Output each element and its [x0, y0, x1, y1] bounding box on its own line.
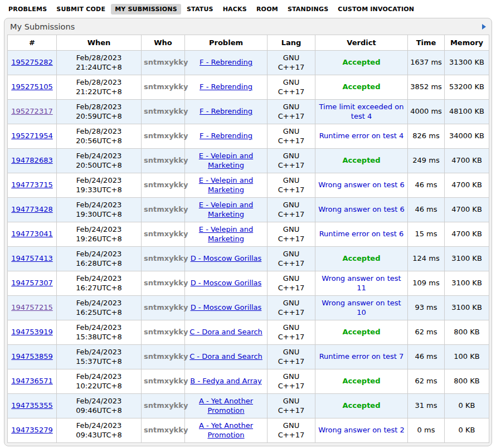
submission-id-link[interactable]: 194736571 — [11, 377, 52, 385]
submission-time: 09:46UTC+8 — [59, 406, 139, 416]
submission-id-link[interactable]: 194753859 — [11, 352, 52, 361]
problem-link[interactable]: E - Velepin and Marketing — [199, 225, 253, 243]
nav-item-my-submissions[interactable]: MY SUBMISSIONS — [111, 4, 181, 14]
table-row: 194735355 Feb/24/2023 09:46UTC+8 sntmxyk… — [8, 394, 489, 418]
problem-link[interactable]: A - Yet Another Promotion — [199, 397, 253, 415]
submission-author-link[interactable]: sntmxykky — [144, 352, 188, 361]
submission-id-link[interactable]: 194757307 — [11, 279, 52, 287]
verdict-text: Runtime error on test 4 — [319, 132, 404, 140]
lang-cell: GNU C++17 — [268, 149, 315, 173]
memory-cell: 0 KB — [445, 394, 489, 418]
time-cell: 3852 ms — [408, 75, 445, 100]
submission-id-link[interactable]: 194757215 — [11, 303, 52, 311]
verdict-cell: Wrong answer on test 2 — [315, 418, 408, 443]
nav-item-hacks[interactable]: HACKS — [219, 4, 251, 14]
table-row: 195275282 Feb/28/2023 21:24UTC+8 sntmxyk… — [8, 51, 489, 75]
problem-link[interactable]: E - Velepin and Marketing — [199, 201, 253, 218]
problem-link[interactable]: D - Moscow Gorillas — [191, 254, 262, 262]
submission-id-link[interactable]: 195275282 — [11, 58, 52, 66]
problem-link[interactable]: F - Rebrending — [200, 132, 252, 140]
submission-id-link[interactable]: 194773715 — [11, 181, 52, 189]
submission-author-link[interactable]: sntmxykky — [144, 132, 188, 140]
table-row: 194753859 Feb/24/2023 15:37UTC+8 sntmxyk… — [8, 345, 489, 369]
submission-author-link[interactable]: sntmxykky — [144, 82, 188, 91]
submission-date: Feb/24/2023 — [59, 397, 139, 406]
problem-link[interactable]: F - Rebrending — [200, 58, 252, 66]
lang-text: GNU C++17 — [277, 127, 306, 146]
problem-link[interactable]: D - Moscow Gorillas — [191, 303, 262, 311]
problem-link[interactable]: F - Rebrending — [200, 82, 252, 91]
submission-id-link[interactable]: 194735279 — [11, 426, 52, 434]
verdict-cell: Wrong answer on test 11 — [315, 271, 408, 296]
problem-link[interactable]: E - Velepin and Marketing — [199, 152, 253, 169]
nav-item-submit-code[interactable]: SUBMIT CODE — [52, 4, 109, 14]
submission-id-link[interactable]: 195271954 — [11, 132, 52, 140]
submission-author-link[interactable]: sntmxykky — [144, 401, 188, 410]
header-who: Who — [142, 35, 185, 51]
time-cell: 62 ms — [408, 320, 445, 345]
who-cell: sntmxykky — [142, 418, 185, 443]
nav-item-room[interactable]: ROOM — [252, 4, 282, 14]
table-row: 194736571 Feb/24/2023 10:22UTC+8 sntmxyk… — [8, 369, 489, 394]
problem-link[interactable]: D - Moscow Gorillas — [191, 279, 262, 287]
nav-item-problems[interactable]: PROBLEMS — [4, 4, 51, 14]
problem-link[interactable]: A - Yet Another Promotion — [199, 421, 253, 439]
submission-author-link[interactable]: sntmxykky — [144, 181, 188, 189]
submission-id-link[interactable]: 195275105 — [11, 82, 52, 91]
lang-text: GNU C++17 — [277, 397, 306, 416]
problem-link[interactable]: C - Dora and Search — [189, 352, 262, 361]
verdict-cell: Runtime error on test 7 — [315, 345, 408, 369]
lang-text: GNU C++17 — [277, 421, 306, 440]
submission-date: Feb/24/2023 — [59, 348, 139, 357]
lang-cell: GNU C++17 — [268, 75, 315, 100]
verdict-cell: Wrong answer on test 6 — [315, 173, 408, 198]
submission-id-link[interactable]: 194782683 — [11, 156, 52, 164]
submission-author-link[interactable]: sntmxykky — [144, 205, 188, 213]
nav-item-custom-invocation[interactable]: CUSTOM INVOCATION — [334, 4, 418, 14]
problem-link[interactable]: C - Dora and Search — [189, 328, 262, 336]
when-cell: Feb/24/2023 19:33UTC+8 — [57, 173, 142, 198]
submission-id-link[interactable]: 194773041 — [11, 230, 52, 238]
submission-author-link[interactable]: sntmxykky — [144, 426, 188, 434]
submission-author-link[interactable]: sntmxykky — [144, 254, 188, 262]
problem-link[interactable]: B - Fedya and Array — [190, 377, 261, 385]
submission-date: Feb/24/2023 — [59, 201, 139, 210]
verdict-text: Runtime error on test 7 — [319, 352, 404, 361]
triangle-right-icon[interactable] — [482, 24, 486, 30]
when-cell: Feb/24/2023 16:28UTC+8 — [57, 247, 142, 271]
verdict-text: Wrong answer on test 6 — [318, 205, 405, 213]
submission-id-link[interactable]: 194773428 — [11, 205, 52, 213]
submission-author-link[interactable]: sntmxykky — [144, 377, 188, 385]
verdict-cell: Accepted — [315, 247, 408, 271]
submission-id-link[interactable]: 195272317 — [11, 107, 52, 115]
who-cell: sntmxykky — [142, 75, 185, 100]
submission-time: 20:56UTC+8 — [59, 137, 139, 146]
memory-cell: 3100 KB — [445, 247, 489, 271]
problem-link[interactable]: F - Rebrending — [200, 107, 252, 115]
submission-author-link[interactable]: sntmxykky — [144, 58, 188, 66]
submission-author-link[interactable]: sntmxykky — [144, 156, 188, 164]
submission-id-link[interactable]: 194753919 — [11, 328, 52, 336]
submission-id-link[interactable]: 194757413 — [11, 254, 52, 262]
memory-cell: 4700 KB — [445, 198, 489, 222]
submission-author-link[interactable]: sntmxykky — [144, 328, 188, 336]
problem-link[interactable]: E - Velepin and Marketing — [199, 176, 253, 194]
nav-item-standings[interactable]: STANDINGS — [284, 4, 332, 14]
submission-author-link[interactable]: sntmxykky — [144, 303, 188, 311]
who-cell: sntmxykky — [142, 345, 185, 369]
time-cell: 249 ms — [408, 149, 445, 173]
submission-date: Feb/28/2023 — [59, 103, 139, 112]
submission-date: Feb/24/2023 — [59, 274, 139, 284]
nav-item-status[interactable]: STATUS — [183, 4, 217, 14]
when-cell: Feb/24/2023 15:38UTC+8 — [57, 320, 142, 345]
id-cell: 194757413 — [8, 247, 57, 271]
submission-author-link[interactable]: sntmxykky — [144, 107, 188, 115]
submission-time: 21:24UTC+8 — [59, 63, 139, 72]
lang-text: GNU C++17 — [277, 372, 306, 391]
verdict-text: Accepted — [343, 401, 381, 410]
when-cell: Feb/24/2023 20:50UTC+8 — [57, 149, 142, 173]
submission-author-link[interactable]: sntmxykky — [144, 230, 188, 238]
submission-id-link[interactable]: 194735355 — [11, 401, 52, 410]
submission-author-link[interactable]: sntmxykky — [144, 279, 188, 287]
problem-cell: D - Moscow Gorillas — [185, 271, 268, 296]
